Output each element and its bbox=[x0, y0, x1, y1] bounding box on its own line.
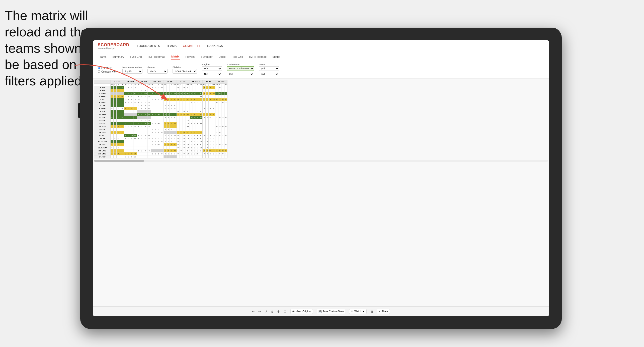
compact-view-radio[interactable]: Compact View bbox=[98, 70, 117, 73]
watch-button[interactable]: 👁 Watch ▼ bbox=[349, 309, 367, 314]
share-button[interactable]: ↗ Share bbox=[377, 309, 390, 314]
gender-select[interactable]: Men's Women's bbox=[147, 69, 168, 74]
subnav-matrix[interactable]: Matrix bbox=[171, 54, 180, 60]
table-row: 4. UNC 10136 010 1010 29 bbox=[94, 95, 227, 98]
refresh-icon[interactable]: ↺ bbox=[265, 310, 267, 313]
subnav-summary2[interactable]: Summary bbox=[200, 54, 213, 59]
filter-bar: Full View Compact View Max teams in view… bbox=[93, 61, 549, 79]
subnav-teams[interactable]: Teams bbox=[98, 54, 107, 59]
clock-icon[interactable]: ⏱ bbox=[284, 310, 287, 313]
subnav-players[interactable]: Players bbox=[185, 54, 195, 59]
nav-tournaments[interactable]: TOURNAMENTS bbox=[137, 43, 160, 49]
table-row: 15. UF 010 840 bbox=[94, 128, 227, 131]
table-row: 17. GIT 101011 10011 10320 01013 1010 01… bbox=[94, 134, 227, 137]
division-select[interactable]: NCAA Division I NCAA Division II bbox=[173, 69, 197, 74]
table-row: 21. ETSU 010 01010 01016 1010 bbox=[94, 146, 227, 149]
table-row: 1. AU 12023 0100 20027 0100 0100 10 bbox=[94, 86, 227, 89]
col-asu: 3. ASU bbox=[111, 80, 124, 84]
subnav-h2h-heatmap2[interactable]: H2H Heatmap bbox=[249, 54, 267, 59]
table-row: 24. UO 02029 bbox=[94, 155, 227, 158]
max-teams-select[interactable]: Top 25 Top 50 All bbox=[122, 69, 142, 74]
conference-select2[interactable]: (All) bbox=[227, 72, 254, 76]
view-radio-group: Full View Compact View bbox=[98, 67, 117, 73]
table-row: 2. VU 120-12 000 bbox=[94, 89, 227, 92]
col-ua: 11. UA bbox=[137, 80, 151, 84]
table-row: 16. UO 210-14 2010 1101 11011 10 bbox=[94, 131, 227, 134]
nav-teams[interactable]: TEAMS bbox=[166, 43, 177, 49]
table-row: 23. UNM 20-21 20025 0010 8101 01010 1118… bbox=[94, 152, 227, 155]
tablet-frame: SCOREBOARD Powered by clippd TOURNAMENTS… bbox=[80, 28, 562, 329]
conference-filter: Conference Pac-12 Conference (All) (All) bbox=[227, 63, 254, 76]
table-row: 20. UG 010-34 0122 1040 01019 1010 1010 … bbox=[94, 143, 227, 146]
table-row: 11. UA 01010 3400 20320 0320 1030 bbox=[94, 116, 227, 119]
table-row: 14. TTU 2122 02038 1200 29 0300 bbox=[94, 125, 227, 128]
table-row: 18. U 2011 10011 1010 1001 1001 01013 10… bbox=[94, 137, 227, 140]
col-ucla: 31. UCLA bbox=[190, 80, 203, 84]
table-row: 9. UA 0100 08 bbox=[94, 110, 227, 113]
table-row: 5. UT 0140 35 0220 1100 0210 0201 11040 … bbox=[94, 98, 227, 101]
settings-icon[interactable]: ⚙ bbox=[277, 310, 280, 313]
subnav-h2h-grid2[interactable]: H2H Grid bbox=[231, 54, 244, 59]
nav-rankings[interactable]: RANKINGS bbox=[207, 43, 223, 49]
table-row: 19. TAMU 1010 010 010 01013 1010 bbox=[94, 140, 227, 143]
sub-corner bbox=[94, 84, 111, 86]
subnav-h2h-heatmap[interactable]: H2H Heatmap bbox=[147, 54, 166, 59]
subnav-summary[interactable]: Summary bbox=[112, 54, 125, 59]
full-view-radio[interactable]: Full View bbox=[98, 67, 117, 70]
matrix-area[interactable]: 3. ASU 10. UW 11. UA 22. UCB 24. UO 27. … bbox=[93, 79, 549, 306]
layout-icon[interactable]: ⊞ bbox=[370, 310, 373, 313]
team-select2[interactable]: (All) bbox=[259, 72, 279, 76]
logo: SCOREBOARD Powered by clippd bbox=[98, 43, 129, 50]
col-su: 27. SU bbox=[177, 80, 190, 84]
share-icon: ↗ bbox=[378, 310, 380, 313]
col-osu: 57. OSU bbox=[215, 80, 227, 84]
watch-icon: 👁 bbox=[351, 310, 353, 313]
table-row: 13. UT 211 22012 0230 12026 18 20138 bbox=[94, 122, 227, 125]
save-custom-button[interactable]: 💾 Save Custom View bbox=[317, 309, 345, 314]
col-uo: 24. UO bbox=[164, 80, 177, 84]
table-row: 7. UM 0100 0210 bbox=[94, 104, 227, 107]
bottom-toolbar: ↩ ↪ ↺ ⊕ ⚙ ⏱ 👁 View: Original 💾 Save Cust… bbox=[93, 306, 549, 316]
subnav-matrix2[interactable]: Matrix bbox=[272, 54, 281, 59]
col-uw: 10. UW bbox=[124, 80, 137, 84]
division-filter: Division NCAA Division I NCAA Division I… bbox=[173, 66, 197, 74]
region-select2[interactable]: N/A bbox=[202, 72, 222, 76]
gender-filter: Gender Men's Women's bbox=[147, 66, 168, 74]
table-row: 3. ASU 04080 50120 2048 01052 600160 000… bbox=[94, 92, 227, 95]
team-filter: Team (All) (All) bbox=[259, 63, 279, 76]
subnav-detail[interactable]: Detail bbox=[218, 54, 226, 59]
table-row: 12. UV 0010 15 bbox=[94, 119, 227, 122]
redo-icon[interactable]: ↪ bbox=[258, 310, 261, 313]
nav-links: TOURNAMENTS TEAMS COMMITTEE RANKINGS bbox=[137, 43, 223, 49]
conference-select[interactable]: Pac-12 Conference (All) bbox=[227, 66, 254, 71]
col-uu: 54. UU bbox=[203, 80, 215, 84]
col-ucb: 22. UCB bbox=[151, 80, 164, 84]
save-icon: 💾 bbox=[318, 310, 321, 313]
nav-committee[interactable]: COMMITTEE bbox=[183, 43, 201, 49]
team-select[interactable]: (All) bbox=[259, 66, 279, 71]
horizontal-scrollbar[interactable] bbox=[94, 160, 548, 162]
table-row: 6. FSU 14025 1010 0101 0102 bbox=[94, 101, 227, 104]
view-icon: 👁 bbox=[292, 310, 295, 313]
region-select[interactable]: N/A East West bbox=[202, 66, 222, 71]
max-teams-filter: Max teams in view Top 25 Top 50 All bbox=[122, 66, 142, 74]
zoom-icon[interactable]: ⊕ bbox=[271, 310, 273, 313]
corner-header bbox=[94, 80, 111, 84]
undo-icon[interactable]: ↩ bbox=[252, 310, 255, 313]
tablet-screen: SCOREBOARD Powered by clippd TOURNAMENTS… bbox=[93, 40, 549, 316]
region-filter: Region N/A East West N/A bbox=[202, 63, 222, 76]
matrix-table: 3. ASU 10. UW 11. UA 22. UCB 24. UO 27. … bbox=[94, 80, 227, 158]
top-navigation: SCOREBOARD Powered by clippd TOURNAMENTS… bbox=[93, 40, 549, 52]
subnav-h2h-grid[interactable]: H2H Grid bbox=[130, 54, 142, 59]
table-row: 22. UCB 1303 14040 1010 0103 0344 1500 bbox=[94, 149, 227, 152]
table-row: 10. UW 13011 3030 4172 25066 12051 1451 bbox=[94, 113, 227, 116]
table-row: 8. UAF 01014 120 01015 11011 0101 bbox=[94, 107, 227, 110]
sub-navigation: Teams Summary H2H Grid H2H Heatmap Matri… bbox=[93, 52, 549, 61]
view-original-button[interactable]: 👁 View: Original bbox=[290, 309, 313, 314]
